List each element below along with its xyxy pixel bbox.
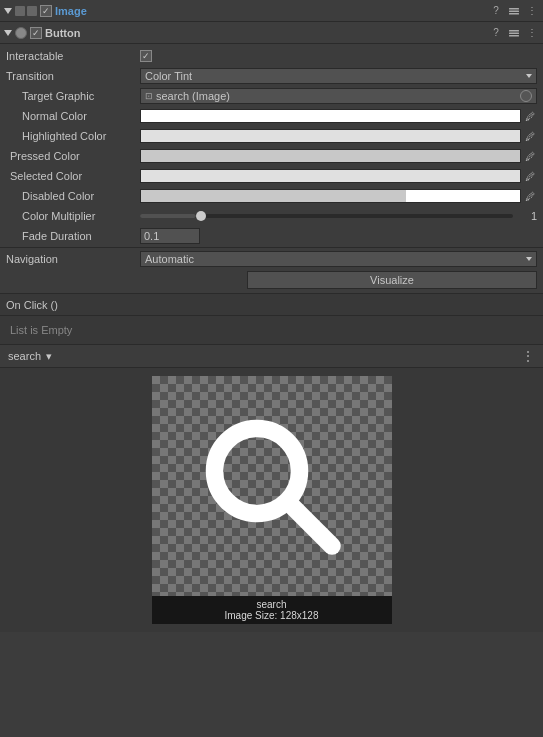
highlighted-color-swatch[interactable] <box>140 129 521 143</box>
preview-canvas <box>152 376 392 596</box>
navigation-dropdown-arrow <box>526 257 532 261</box>
navigation-dropdown[interactable]: Automatic <box>140 251 537 267</box>
onclick-title: On Click () <box>6 299 58 311</box>
button-expand-toggle[interactable] <box>4 29 12 37</box>
button-circle-icon <box>15 27 27 39</box>
color-multiplier-track[interactable] <box>140 214 513 218</box>
svg-rect-4 <box>509 32 519 34</box>
pressed-color-row: Pressed Color 🖉 <box>0 146 543 166</box>
pressed-color-label: Pressed Color <box>6 150 136 162</box>
transition-row: Transition Color Tint <box>0 66 543 86</box>
highlighted-color-eyedropper[interactable]: 🖉 <box>523 129 537 143</box>
fade-duration-input[interactable] <box>140 228 200 244</box>
pressed-color-eyedropper[interactable]: 🖉 <box>523 149 537 163</box>
color-multiplier-thumb[interactable] <box>196 211 206 221</box>
target-graphic-value: search (Image) <box>156 90 517 102</box>
target-graphic-field[interactable]: ⊡ search (Image) <box>140 88 537 104</box>
selected-color-swatch[interactable] <box>140 169 521 183</box>
svg-rect-3 <box>509 30 519 32</box>
highlighted-color-row: Highlighted Color 🖉 <box>0 126 543 146</box>
normal-color-field: 🖉 <box>140 108 537 124</box>
color-multiplier-value: 1 <box>517 210 537 222</box>
image-info-bar: search Image Size: 128x128 <box>152 596 392 624</box>
navigation-row: Navigation Automatic <box>0 249 543 269</box>
image-expand-toggle[interactable] <box>4 7 12 15</box>
button-more-icon[interactable]: ⋮ <box>525 26 539 40</box>
search-dropdown-arrow-inline[interactable]: ▾ <box>46 350 52 362</box>
main-panel: Image ? ⋮ Button ? <box>0 0 543 632</box>
target-graphic-icon: ⊡ <box>145 91 153 101</box>
selected-color-field: 🖉 <box>140 168 537 184</box>
svg-rect-5 <box>509 35 519 37</box>
search-bar-label: search ▾ <box>8 350 521 363</box>
color-multiplier-slider-container: 1 <box>140 210 537 222</box>
disabled-color-row: Disabled Color 🖉 <box>0 186 543 206</box>
disabled-color-swatch[interactable] <box>140 189 521 203</box>
selected-color-row: Selected Color 🖉 <box>0 166 543 186</box>
interactable-row: Interactable <box>0 46 543 66</box>
interactable-label: Interactable <box>6 50 136 62</box>
search-bar: search ▾ ⋮ <box>0 344 543 368</box>
disabled-color-field: 🖉 <box>140 188 537 204</box>
color-multiplier-row: Color Multiplier 1 <box>0 206 543 226</box>
selected-color-eyedropper[interactable]: 🖉 <box>523 169 537 183</box>
navigation-value: Automatic <box>145 253 526 265</box>
list-empty-label: List is Empty <box>0 316 543 344</box>
svg-rect-1 <box>509 10 519 12</box>
highlighted-color-field: 🖉 <box>140 128 537 144</box>
transition-label: Transition <box>6 70 136 82</box>
search-more-icon[interactable]: ⋮ <box>521 348 535 364</box>
visualize-button[interactable]: Visualize <box>247 271 537 289</box>
normal-color-swatch[interactable] <box>140 109 521 123</box>
normal-color-row: Normal Color 🖉 <box>0 106 543 126</box>
transition-dropdown[interactable]: Color Tint <box>140 68 537 84</box>
image-more-icon[interactable]: ⋮ <box>525 4 539 18</box>
target-graphic-row: Target Graphic ⊡ search (Image) <box>0 86 543 106</box>
fade-duration-label: Fade Duration <box>6 230 136 242</box>
transition-value: Color Tint <box>145 70 526 82</box>
navigation-label: Navigation <box>6 253 136 265</box>
color-multiplier-label: Color Multiplier <box>6 210 136 222</box>
svg-line-7 <box>288 502 332 546</box>
image-help-icon[interactable]: ? <box>489 4 503 18</box>
pressed-color-swatch[interactable] <box>140 149 521 163</box>
image-settings-icon[interactable] <box>507 4 521 18</box>
transition-dropdown-arrow <box>526 74 532 78</box>
highlighted-color-label: Highlighted Color <box>6 130 136 142</box>
onclick-header: On Click () <box>0 294 543 316</box>
button-properties: Interactable Transition Color Tint Targe… <box>0 44 543 293</box>
disabled-color-eyedropper[interactable]: 🖉 <box>523 189 537 203</box>
target-graphic-label: Target Graphic <box>6 90 136 102</box>
visualize-row: Visualize <box>0 269 543 291</box>
image-name: search <box>160 599 384 610</box>
search-image-overlay <box>152 376 392 596</box>
interactable-checkbox[interactable] <box>140 50 152 62</box>
svg-rect-2 <box>509 13 519 15</box>
image-size: Image Size: 128x128 <box>160 610 384 621</box>
selected-color-label: Selected Color <box>6 170 136 182</box>
divider-1 <box>0 247 543 248</box>
image-component-header: Image ? ⋮ <box>0 0 543 22</box>
fade-duration-row: Fade Duration <box>0 226 543 246</box>
button-settings-icon[interactable] <box>507 26 521 40</box>
button-help-icon[interactable]: ? <box>489 26 503 40</box>
svg-rect-0 <box>509 8 519 10</box>
button-component-title: Button <box>45 27 80 39</box>
disabled-color-label: Disabled Color <box>6 190 136 202</box>
image-enabled-checkbox[interactable] <box>40 5 52 17</box>
search-preview-image <box>192 406 352 566</box>
normal-color-eyedropper[interactable]: 🖉 <box>523 109 537 123</box>
button-component-header: Button ? ⋮ <box>0 22 543 44</box>
onclick-section: On Click () List is Empty <box>0 293 543 344</box>
button-enabled-checkbox[interactable] <box>30 27 42 39</box>
pressed-color-field: 🖉 <box>140 148 537 164</box>
target-graphic-selector[interactable] <box>520 90 532 102</box>
image-component-title: Image <box>55 5 87 17</box>
preview-area: search Image Size: 128x128 <box>0 368 543 632</box>
normal-color-label: Normal Color <box>6 110 136 122</box>
